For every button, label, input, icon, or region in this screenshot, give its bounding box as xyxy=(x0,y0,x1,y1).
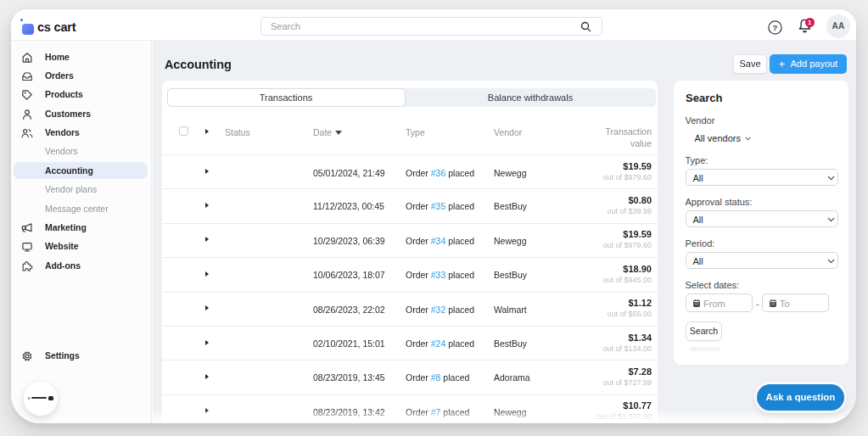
svg-text:?: ? xyxy=(773,23,778,32)
